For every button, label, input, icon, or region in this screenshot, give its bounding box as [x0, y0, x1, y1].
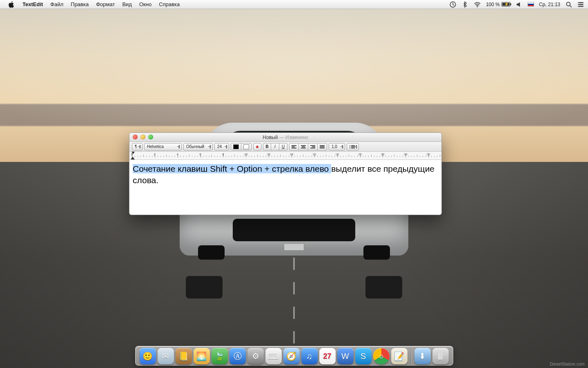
paragraph-style-select[interactable]: ¶▴▾: [132, 143, 143, 150]
dock-app-mail[interactable]: ✉: [158, 348, 174, 364]
apple-menu[interactable]: [4, 0, 19, 9]
battery-status[interactable]: 100 % ⚡: [486, 2, 510, 7]
dock-app-iphoto[interactable]: 🌅: [194, 348, 210, 364]
list-icon: [350, 145, 355, 148]
clock[interactable]: Ср, 21:13: [539, 2, 560, 7]
menu-файл[interactable]: Файл: [47, 0, 67, 9]
align-justify-button[interactable]: [318, 143, 327, 150]
input-source-flag[interactable]: [528, 2, 534, 7]
spotlight-icon[interactable]: [565, 1, 572, 8]
align-center-button[interactable]: [299, 143, 308, 150]
window-titlebar[interactable]: Новый — Изменено: [129, 133, 441, 142]
bold-button[interactable]: B: [263, 143, 271, 150]
dock-app-contacts[interactable]: 📒: [176, 348, 192, 364]
minimize-button[interactable]: [140, 135, 145, 139]
app-menu[interactable]: TextEdit: [19, 0, 47, 9]
selected-text: Сочетание клавиш Shift + Option + стрелк…: [133, 164, 331, 173]
dock-container: 🙂✉📒🌅🍃Ⓐ⚙⌨🧭♫27WS○📝 ⬇🗑: [0, 346, 588, 366]
desktop: DieselStation.com TextEdit ФайлПравкаФор…: [0, 0, 588, 368]
bluetooth-icon[interactable]: [461, 1, 469, 8]
svg-line-3: [570, 5, 572, 7]
svg-rect-5: [579, 4, 583, 4]
font-family-select[interactable]: Helvetica▴▾: [144, 143, 182, 150]
svg-point-9: [578, 6, 579, 7]
notification-center-icon[interactable]: [577, 1, 585, 8]
font-size-select[interactable]: 24▴▾: [214, 143, 229, 150]
dock: 🙂✉📒🌅🍃Ⓐ⚙⌨🧭♫27WS○📝 ⬇🗑: [135, 346, 453, 366]
battery-percent-label: 100 %: [486, 2, 500, 7]
line-spacing-select[interactable]: 1,0▴▾: [329, 143, 345, 150]
svg-point-7: [578, 2, 579, 3]
svg-point-1: [477, 6, 478, 7]
svg-point-2: [566, 2, 570, 6]
wallpaper-watermark: DieselStation.com: [550, 362, 585, 366]
document-area[interactable]: Сочетание клавиш Shift + Option + стрелк…: [129, 160, 441, 215]
dock-app-finder[interactable]: 🙂: [140, 348, 156, 364]
strikethrough-button[interactable]: a: [253, 143, 261, 150]
font-style-select[interactable]: Обычный▴▾: [183, 143, 213, 150]
menu-правка[interactable]: Правка: [67, 0, 92, 9]
background-color-button[interactable]: [241, 143, 252, 150]
ruler[interactable]: 02468101214161820222426: [129, 152, 441, 160]
window-controls: [133, 135, 153, 139]
dock-app-textedit[interactable]: 📝: [391, 348, 408, 364]
list-style-select[interactable]: ▴▾: [347, 143, 359, 150]
align-left-icon: [292, 145, 296, 149]
svg-point-8: [578, 4, 579, 4]
dock-app-calendar[interactable]: 27: [319, 348, 336, 364]
menu-справка[interactable]: Справка: [155, 0, 183, 9]
window-title: Новый: [263, 135, 278, 140]
bg-color-swatch: [243, 144, 249, 149]
dock-app-itunes[interactable]: ♫: [301, 348, 318, 364]
dock-app-preferences[interactable]: ⚙: [247, 348, 264, 364]
underline-button[interactable]: U: [279, 143, 287, 150]
italic-button[interactable]: I: [271, 143, 279, 150]
format-toolbar: ¶▴▾ Helvetica▴▾ Обычный▴▾ 24▴▾ a B I U: [129, 142, 441, 152]
dock-app-skype[interactable]: S: [355, 348, 372, 364]
dock-separator: [411, 349, 411, 364]
dock-app-safari[interactable]: 🧭: [283, 348, 300, 364]
align-justify-icon: [320, 145, 325, 149]
dock-app-trash[interactable]: 🗑: [432, 348, 449, 364]
dock-app-word[interactable]: W: [337, 348, 354, 364]
ruler-tab-marker[interactable]: [131, 152, 135, 154]
align-left-button[interactable]: [289, 143, 299, 150]
svg-rect-4: [579, 2, 583, 3]
battery-icon: ⚡: [501, 2, 510, 7]
ruler-indent-marker[interactable]: [131, 157, 135, 159]
volume-icon[interactable]: [515, 1, 523, 8]
menu-окно[interactable]: Окно: [136, 0, 155, 9]
zoom-button[interactable]: [148, 135, 153, 139]
textedit-window: Новый — Изменено ¶▴▾ Helvetica▴▾ Обычный…: [129, 132, 442, 215]
dock-app-leaf[interactable]: 🍃: [212, 348, 228, 364]
wifi-icon[interactable]: [474, 1, 481, 8]
align-right-button[interactable]: [308, 143, 318, 150]
text-color-button[interactable]: [231, 143, 241, 150]
close-button[interactable]: [133, 135, 138, 139]
dock-app-appstore[interactable]: Ⓐ: [229, 348, 246, 364]
window-subtitle: — Изменено: [278, 135, 308, 140]
text-color-swatch: [233, 144, 239, 149]
menu-вид[interactable]: Вид: [118, 0, 136, 9]
apple-icon: [8, 1, 15, 8]
svg-rect-6: [579, 6, 583, 7]
charging-icon: ⚡: [504, 2, 509, 6]
dock-app-chrome[interactable]: ○: [373, 348, 390, 364]
timemachine-icon[interactable]: [449, 1, 457, 8]
menubar: TextEdit ФайлПравкаФорматВидОкноСправка …: [0, 0, 588, 9]
align-center-icon: [301, 145, 306, 149]
dock-app-terminal[interactable]: ⌨: [265, 348, 282, 364]
align-right-icon: [310, 145, 315, 149]
menu-формат[interactable]: Формат: [92, 0, 118, 9]
dock-app-downloads[interactable]: ⬇: [414, 348, 431, 364]
